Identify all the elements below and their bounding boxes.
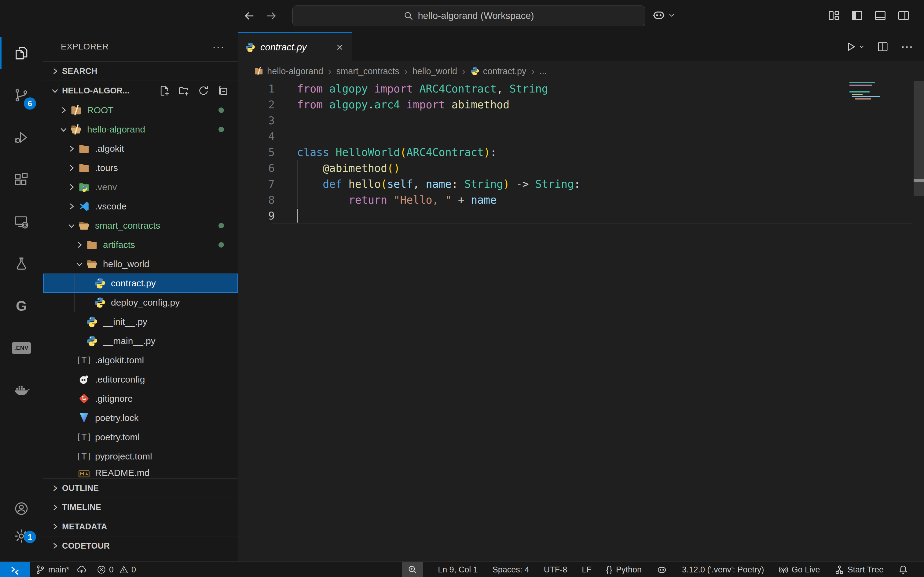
- poetry-icon: [78, 412, 90, 424]
- tree-item-root[interactable]: ROOT: [43, 100, 238, 120]
- chevron-down-icon: [49, 85, 61, 96]
- tree-item-smart-contracts[interactable]: smart_contracts: [43, 216, 238, 235]
- cursor-position-status[interactable]: Ln 9, Col 1: [438, 565, 478, 575]
- breadcrumb-smart-contracts[interactable]: smart_contracts: [336, 66, 399, 76]
- copilot-menu-button[interactable]: [652, 8, 675, 22]
- vertical-scrollbar[interactable]: [914, 81, 924, 196]
- tree-item-artifacts[interactable]: artifacts: [43, 235, 238, 254]
- branch-label: main*: [48, 565, 69, 575]
- tree-item-tours[interactable]: .tours: [43, 158, 238, 177]
- git-branch-status[interactable]: main*: [36, 565, 86, 575]
- section-header-metadata[interactable]: METADATA: [43, 517, 238, 536]
- tree-item-editorconfig[interactable]: .editorconfig: [43, 370, 238, 389]
- section-header-timeline[interactable]: TIMELINE: [43, 498, 238, 517]
- activity-item-docker[interactable]: [0, 369, 43, 411]
- section-header-search[interactable]: SEARCH: [43, 61, 238, 81]
- breadcrumb-separator: ›: [461, 66, 466, 77]
- nav-back-button[interactable]: [241, 8, 257, 24]
- minimap[interactable]: [850, 82, 883, 100]
- split-editor-button[interactable]: [877, 41, 888, 53]
- tree-item-contract-py[interactable]: contract.py: [43, 274, 238, 293]
- toggle-secondary-sidebar-button[interactable]: [897, 9, 910, 22]
- notifications-bell[interactable]: [898, 565, 908, 575]
- tree-item-hello-world[interactable]: hello_world: [43, 254, 238, 274]
- customize-layout-button[interactable]: [827, 9, 840, 22]
- new-folder-button[interactable]: [178, 85, 190, 97]
- tab-label: contract.py: [260, 42, 330, 53]
- tree-item-gitignore[interactable]: .gitignore: [43, 389, 238, 408]
- activity-item-algokit[interactable]: G: [0, 285, 43, 327]
- tree-item-hello-algorand[interactable]: hello-algorand: [43, 120, 238, 139]
- activity-item-extensions[interactable]: [0, 158, 43, 201]
- run-dropdown-icon[interactable]: [859, 44, 865, 50]
- activity-item-source-control[interactable]: 6: [0, 74, 43, 116]
- folder-icon: [78, 162, 90, 174]
- chevron-down-icon: [65, 219, 78, 232]
- copilot-status[interactable]: [656, 564, 667, 575]
- tree-item-pyproject-toml[interactable]: [T]pyproject.toml: [43, 446, 238, 466]
- git-change-dot: [218, 242, 224, 248]
- git-change-dot: [218, 108, 224, 113]
- line-number: 2: [238, 97, 275, 113]
- sync-icon[interactable]: [77, 565, 86, 575]
- tree-item-main-py[interactable]: __main__.py: [43, 331, 238, 350]
- section-header-codetour[interactable]: CODETOUR: [43, 536, 238, 555]
- line-number: 3: [238, 113, 275, 129]
- tree-item-readme-md[interactable]: README.md: [43, 466, 238, 479]
- toggle-primary-sidebar-button[interactable]: [851, 9, 864, 22]
- chevron-spacer: [65, 373, 78, 386]
- zoom-status-item[interactable]: [402, 562, 423, 577]
- problems-status[interactable]: 0 0: [97, 565, 136, 575]
- activity-item-settings[interactable]: 1: [0, 522, 43, 550]
- tree-item-deploy-config-py[interactable]: deploy_config.py: [43, 293, 238, 312]
- breadcrumb-hello-algorand[interactable]: hello-algorand: [254, 66, 323, 76]
- code-line-7: 7 def hello(self, name: String) -> Strin…: [238, 176, 924, 192]
- breadcrumb-hello-world[interactable]: hello_world: [412, 66, 457, 76]
- errors-icon: [97, 565, 106, 574]
- tree-item-poetry-toml[interactable]: [T]poetry.toml: [43, 427, 238, 446]
- code-line-2: 2from algopy.arc4 import abimethod: [238, 97, 924, 113]
- run-python-file-button[interactable]: [845, 41, 865, 53]
- eol-status[interactable]: LF: [582, 565, 591, 575]
- toggle-panel-button[interactable]: [874, 9, 887, 22]
- activity-item-testing[interactable]: [0, 243, 43, 285]
- go-live-status[interactable]: Go Live: [779, 565, 820, 575]
- section-header-outline[interactable]: OUTLINE: [43, 479, 238, 498]
- more-editor-actions-button[interactable]: ⋯: [901, 44, 914, 50]
- command-center-search[interactable]: hello-algorand (Workspace): [292, 5, 645, 26]
- explorer-title: EXPLORER: [61, 42, 212, 52]
- tree-indent-guide: [74, 274, 75, 312]
- start-tree-status[interactable]: Start Tree: [835, 565, 884, 575]
- breadcrumb-contract-py[interactable]: contract.py: [470, 66, 527, 76]
- tree-item-algokit[interactable]: .algokit: [43, 139, 238, 158]
- tree-item-vscode[interactable]: .vscode: [43, 197, 238, 216]
- status-bar: main* 0 0 Ln 9, Col 1 Spaces: 4 UTF-8 LF…: [0, 561, 924, 577]
- new-file-button[interactable]: [158, 85, 170, 97]
- remote-indicator[interactable]: [0, 562, 30, 577]
- refresh-button[interactable]: [198, 85, 209, 97]
- activity-item-dotenv[interactable]: .ENV: [0, 327, 43, 369]
- tree-item-poetry-lock[interactable]: poetry.lock: [43, 408, 238, 427]
- encoding-status[interactable]: UTF-8: [544, 565, 567, 575]
- breadcrumb--[interactable]: ...: [539, 66, 547, 76]
- activity-item-remote-explorer[interactable]: [0, 201, 43, 243]
- activity-item-explorer[interactable]: [0, 32, 43, 74]
- python-interpreter-status[interactable]: 3.12.0 ('.venv': Poetry): [682, 565, 764, 575]
- tree-item-venv[interactable]: .venv: [43, 177, 238, 197]
- nav-forward-button[interactable]: [263, 8, 279, 24]
- tree-item-init-py[interactable]: __init__.py: [43, 312, 238, 331]
- collapse-folders-button[interactable]: [217, 85, 229, 97]
- explorer-more-actions-button[interactable]: ···: [212, 41, 225, 53]
- language-mode-status[interactable]: {} Python: [606, 565, 642, 575]
- indentation-status[interactable]: Spaces: 4: [493, 565, 529, 575]
- tab-contract-py[interactable]: contract.py: [238, 32, 352, 61]
- chevron-spacer: [81, 277, 94, 290]
- close-tab-icon[interactable]: [335, 43, 344, 52]
- workspace-section-header[interactable]: HELLO-ALGOR...: [43, 81, 238, 100]
- activity-item-run-and-debug[interactable]: [0, 116, 43, 158]
- activity-item-accounts[interactable]: [0, 495, 43, 522]
- editorconfig-icon: [78, 373, 90, 385]
- tree-item-algokit-toml[interactable]: [T].algokit.toml: [43, 350, 238, 370]
- tree-hierarchy-icon: [835, 565, 844, 575]
- code-editor[interactable]: 1from algopy import ARC4Contract, String…: [238, 81, 924, 561]
